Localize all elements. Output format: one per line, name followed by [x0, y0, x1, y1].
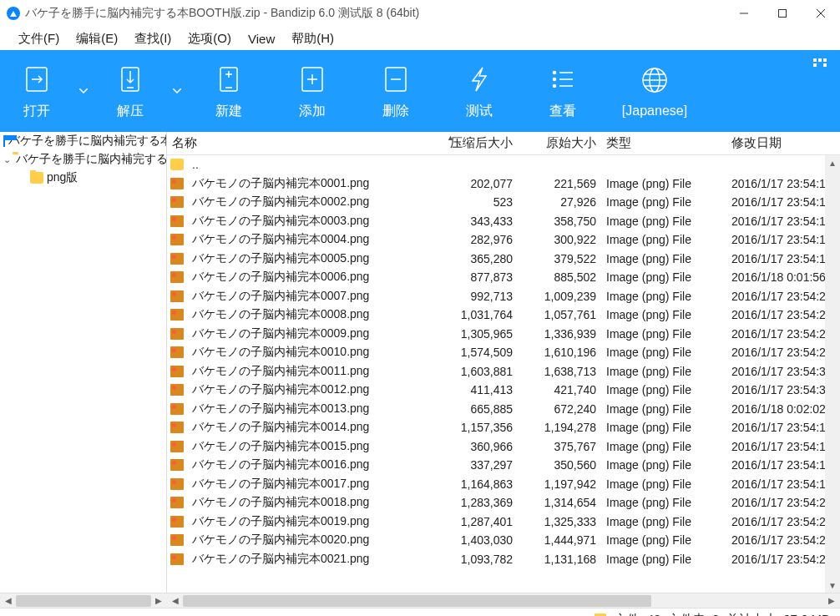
- test-icon: [463, 63, 496, 96]
- file-row[interactable]: バケモノの子脳内補完本0011.png1,603,8811,638,713Ima…: [167, 362, 840, 381]
- col-type-header[interactable]: 类型: [601, 135, 726, 151]
- add-button[interactable]: 添加: [271, 50, 354, 132]
- list-horizontal-scrollbar[interactable]: ◀ ▶: [167, 593, 840, 608]
- extract-button[interactable]: 解压: [94, 50, 167, 132]
- titlebar[interactable]: バケ子を勝手に脳内補完する本BOOTH版.zip - Bandizip 6.0 …: [0, 0, 840, 27]
- scroll-right-button[interactable]: ▶: [825, 595, 838, 607]
- col-name-header[interactable]: 名称: [167, 135, 426, 151]
- menu-edit[interactable]: 编辑(E): [68, 29, 126, 48]
- file-original-size: 1,336,939: [518, 327, 601, 341]
- file-name: バケモノの子脳内補完本0014.png: [187, 420, 426, 435]
- open-dropdown[interactable]: [73, 50, 94, 132]
- file-compressed-size: 202,077: [426, 177, 518, 190]
- menu-options[interactable]: 选项(O): [180, 29, 240, 48]
- language-button[interactable]: [Japanese]: [605, 50, 705, 132]
- file-original-size: 350,560: [518, 458, 601, 472]
- scrollbar-thumb[interactable]: [183, 595, 651, 607]
- scroll-up-button[interactable]: ▲: [826, 157, 839, 169]
- scrollbar-thumb[interactable]: [16, 595, 151, 607]
- col-compressed-header[interactable]: 压缩后大小: [426, 135, 518, 151]
- delete-label: 删除: [382, 103, 409, 120]
- file-row[interactable]: バケモノの子脳内補完本0014.png1,157,3561,194,278Ima…: [167, 418, 840, 437]
- file-compressed-size: 360,966: [426, 440, 518, 453]
- file-row[interactable]: バケモノの子脳内補完本0016.png337,297350,560Image (…: [167, 456, 840, 475]
- maximize-button[interactable]: [763, 0, 802, 27]
- file-original-size: 221,569: [518, 177, 601, 190]
- file-row[interactable]: バケモノの子脳内補完本0003.png343,433358,750Image (…: [167, 212, 840, 231]
- file-row[interactable]: バケモノの子脳内補完本0013.png665,885672,240Image (…: [167, 400, 840, 419]
- view-label: 查看: [549, 103, 576, 120]
- extract-label: 解压: [117, 103, 144, 120]
- menu-find[interactable]: 查找(I): [126, 29, 180, 48]
- scroll-right-button[interactable]: ▶: [152, 595, 165, 607]
- apps-icon[interactable]: [813, 58, 827, 74]
- up-dir-row[interactable]: ..: [167, 155, 840, 174]
- file-row[interactable]: バケモノの子脳内補完本0021.png1,093,7821,131,168Ima…: [167, 550, 840, 569]
- file-row[interactable]: バケモノの子脳内補完本0005.png365,280379,522Image (…: [167, 250, 840, 269]
- add-icon: [296, 63, 329, 96]
- tree-root-label: バケ子を勝手に脳内補完する本BOOTH版.zip: [8, 134, 167, 149]
- open-button[interactable]: 打开: [0, 50, 73, 132]
- toolbar: 打开 解压 新建 添加 删除 测试 查看 [Japanese]: [0, 50, 840, 132]
- scroll-down-button[interactable]: ▼: [826, 579, 839, 591]
- file-type: Image (png) File: [601, 290, 726, 303]
- file-row[interactable]: バケモノの子脳内補完本0012.png411,413421,740Image (…: [167, 381, 840, 400]
- close-button[interactable]: [802, 0, 840, 27]
- file-row[interactable]: バケモノの子脳内補完本0001.png202,077221,569Image (…: [167, 174, 840, 194]
- col-date-header[interactable]: 修改日期: [726, 135, 840, 151]
- menu-view[interactable]: View: [240, 30, 283, 48]
- col-original-header[interactable]: 原始大小: [518, 135, 601, 151]
- file-date: 2016/1/17 23:54:16: [726, 458, 840, 472]
- new-button[interactable]: 新建: [187, 50, 271, 132]
- file-compressed-size: 1,093,782: [426, 553, 518, 566]
- image-file-icon: [170, 328, 184, 340]
- file-date: 2016/1/17 23:54:26: [726, 553, 840, 566]
- file-original-size: 1,610,196: [518, 346, 601, 359]
- extract-dropdown[interactable]: [167, 50, 187, 132]
- file-row[interactable]: バケモノの子脳内補完本0004.png282,976300,922Image (…: [167, 230, 840, 250]
- file-name: バケモノの子脳内補完本0017.png: [187, 477, 426, 492]
- file-row[interactable]: バケモノの子脳内補完本0008.png1,031,7641,057,761Ima…: [167, 305, 840, 325]
- tree-child-2[interactable]: png版: [0, 169, 166, 187]
- file-date: 2016/1/17 23:54:10: [726, 177, 840, 190]
- scroll-left-button[interactable]: ◀: [169, 595, 182, 607]
- scroll-left-button[interactable]: ◀: [2, 595, 15, 607]
- list-body[interactable]: .. バケモノの子脳内補完本0001.png202,077221,569Imag…: [167, 155, 840, 593]
- tree-root[interactable]: バケ子を勝手に脳内補完する本BOOTH版.zip: [0, 132, 166, 150]
- new-icon: [212, 63, 245, 96]
- menu-file[interactable]: 文件(F): [10, 29, 68, 48]
- file-original-size: 885,502: [518, 270, 601, 284]
- file-row[interactable]: バケモノの子脳内補完本0007.png992,7131,009,239Image…: [167, 287, 840, 306]
- menu-help[interactable]: 帮助(H): [283, 29, 342, 48]
- file-row[interactable]: バケモノの子脳内補完本0006.png877,873885,502Image (…: [167, 268, 840, 287]
- folder-tree[interactable]: バケ子を勝手に脳内補完する本BOOTH版.zip ⌄ バケ子を勝手に脳内補完する…: [0, 132, 167, 593]
- window-title: バケ子を勝手に脳内補完する本BOOTH版.zip - Bandizip 6.0 …: [25, 6, 725, 21]
- test-button[interactable]: 测试: [438, 50, 521, 132]
- file-original-size: 300,922: [518, 233, 601, 246]
- tree-horizontal-scrollbar[interactable]: ◀ ▶: [0, 593, 167, 608]
- file-row[interactable]: バケモノの子脳内補完本0017.png1,164,8631,197,942Ima…: [167, 475, 840, 494]
- minimize-button[interactable]: [725, 0, 763, 27]
- file-compressed-size: 665,885: [426, 402, 518, 416]
- vertical-scrollbar[interactable]: ▲ ▼: [825, 155, 840, 593]
- file-row[interactable]: バケモノの子脳内補完本0020.png1,403,0301,444,971Ima…: [167, 531, 840, 550]
- delete-button[interactable]: 删除: [354, 50, 438, 132]
- test-label: 测试: [466, 103, 493, 120]
- file-row[interactable]: バケモノの子脳内補完本0015.png360,966375,767Image (…: [167, 437, 840, 457]
- file-name: バケモノの子脳内補完本0012.png: [187, 382, 426, 397]
- file-date: 2016/1/17 23:54:12: [726, 195, 840, 209]
- file-compressed-size: 992,713: [426, 290, 518, 303]
- file-name: バケモノの子脳内補完本0020.png: [187, 533, 426, 548]
- file-original-size: 1,131,168: [518, 553, 601, 566]
- view-button[interactable]: 查看: [521, 50, 605, 132]
- file-row[interactable]: バケモノの子脳内補完本0010.png1,574,5091,610,196Ima…: [167, 343, 840, 362]
- image-file-icon: [170, 178, 184, 189]
- chevron-down-icon[interactable]: ⌄: [3, 154, 11, 165]
- file-compressed-size: 343,433: [426, 215, 518, 228]
- file-row[interactable]: バケモノの子脳内補完本0019.png1,287,4011,325,333Ima…: [167, 512, 840, 532]
- file-row[interactable]: バケモノの子脳内補完本0002.png52327,926Image (png) …: [167, 193, 840, 212]
- tree-child-1[interactable]: ⌄ バケ子を勝手に脳内補完する本BOOTH版: [0, 150, 166, 169]
- file-row[interactable]: バケモノの子脳内補完本0018.png1,283,3691,314,654Ima…: [167, 493, 840, 512]
- file-type: Image (png) File: [601, 346, 726, 359]
- file-row[interactable]: バケモノの子脳内補完本0009.png1,305,9651,336,939Ima…: [167, 325, 840, 344]
